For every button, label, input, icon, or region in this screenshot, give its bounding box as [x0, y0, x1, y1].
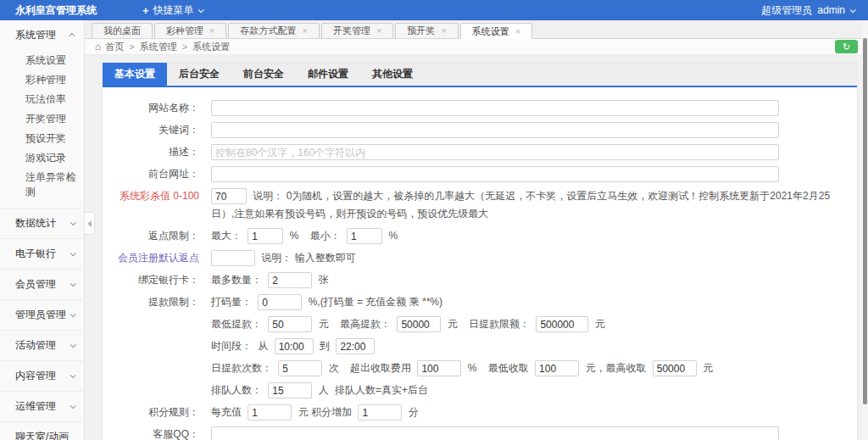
recharge-label: 每充值: [211, 406, 242, 418]
chevron-down-icon: [198, 7, 203, 13]
sidebar-item[interactable]: 预设开奖: [0, 129, 84, 148]
breadcrumb-item[interactable]: 系统设置: [192, 41, 230, 53]
site-name-input[interactable]: [211, 100, 779, 116]
form-row-keywords: 关键词：: [103, 121, 857, 139]
sidebar-group-header[interactable]: 数据统计: [0, 208, 84, 238]
dama-label: 打码量：: [211, 296, 252, 308]
window-tab[interactable]: 预开奖 ×: [395, 23, 458, 38]
sidebar-collapse-handle[interactable]: [85, 212, 95, 235]
quick-menu-button[interactable]: + 快捷菜单: [142, 3, 203, 18]
description-input[interactable]: [211, 144, 779, 160]
sidebar-item[interactable]: 游戏记录: [0, 148, 84, 168]
sidebar-group-label: 内容管理: [15, 369, 56, 383]
sidebar-group-header[interactable]: 电子银行: [0, 238, 84, 269]
time-from-label: 从: [258, 340, 268, 352]
tab-close-icon[interactable]: ×: [209, 26, 214, 36]
sidebar-item[interactable]: 注单异常检测: [0, 168, 84, 202]
time-to-input[interactable]: [336, 338, 375, 354]
settings-tab[interactable]: 其他设置: [360, 63, 425, 86]
points-add-input[interactable]: [358, 404, 402, 421]
refresh-button[interactable]: ↻: [835, 40, 858, 53]
chevron-left-icon: [87, 220, 92, 227]
max-withdraw-input[interactable]: [397, 316, 441, 332]
keywords-label: 关键词：: [103, 121, 211, 139]
time-from-input[interactable]: [275, 338, 314, 354]
sidebar-item[interactable]: 系统设置: [0, 51, 84, 70]
top-bar: 永利皇宫管理系统 + 快捷菜单 超级管理员 admin: [0, 0, 868, 20]
sidebar-item[interactable]: 玩法倍率: [0, 90, 84, 109]
sidebar-group-header[interactable]: 系统管理: [0, 20, 84, 50]
queue-note: 排队人数=真实+后台: [335, 384, 428, 396]
scrollbar-thumb[interactable]: [863, 38, 867, 404]
sidebar-group-label: 运维管理: [15, 399, 56, 414]
settings-tab[interactable]: 邮件设置: [296, 63, 360, 86]
breadcrumb-item[interactable]: 系统管理: [140, 41, 177, 53]
form-row-withdraw-limit: 提款限制： 打码量： %,(打码量 = 充值金额 乘 **%): [103, 293, 857, 311]
front-url-label: 前台网址：: [103, 165, 211, 183]
sidebar-group-header[interactable]: 运维管理: [0, 391, 84, 421]
chevron-down-icon: [850, 7, 856, 13]
max-collect-input[interactable]: [653, 360, 697, 376]
breadcrumb-item[interactable]: 首页: [105, 41, 124, 53]
sidebar-item[interactable]: 彩种管理: [0, 70, 84, 90]
window-tab-label: 我的桌面: [103, 25, 141, 37]
min-collect-suffix: 元，最高收取: [585, 362, 646, 374]
register-rebate-link[interactable]: 会员注册默认返点: [103, 249, 211, 267]
daily-quota-input[interactable]: [536, 316, 588, 332]
bank-card-label: 绑定银行卡：: [103, 271, 211, 289]
form-row-queue: 排队人数： 人 排队人数=真实+后台: [103, 382, 857, 399]
kill-value-input[interactable]: [211, 188, 247, 204]
sidebar-group-header[interactable]: 管理员管理: [0, 299, 84, 330]
unit-yuan: 元: [448, 318, 458, 330]
rebate-max-input[interactable]: [248, 228, 283, 244]
sidebar-group-label: 活动管理: [15, 338, 56, 353]
dama-suffix: %,(打码量 = 充值金额 乘 **%): [309, 296, 442, 308]
tab-close-icon[interactable]: ×: [376, 26, 381, 36]
rebate-min-label: 最小：: [310, 230, 341, 242]
rebate-min-input[interactable]: [347, 228, 382, 244]
tab-close-icon[interactable]: ×: [441, 26, 446, 36]
bank-max-input[interactable]: [268, 272, 312, 288]
tab-close-icon[interactable]: ×: [515, 27, 520, 36]
form-row-withdraw-amounts: 最低提款： 元 最高提款： 元 日提款限额： 元: [103, 315, 857, 333]
tab-close-icon[interactable]: ×: [302, 26, 307, 36]
vertical-scrollbar[interactable]: [862, 20, 868, 440]
bank-unit: 张: [319, 274, 329, 286]
recharge-input[interactable]: [248, 404, 292, 421]
front-url-input[interactable]: [211, 166, 779, 182]
register-rebate-input[interactable]: [211, 250, 255, 266]
dama-input[interactable]: [258, 294, 302, 310]
user-menu[interactable]: 超级管理员 admin: [761, 3, 868, 18]
settings-tab[interactable]: 后台安全: [167, 63, 231, 86]
sidebar-group-header[interactable]: 聊天室/动画管理: [0, 421, 84, 440]
sidebar-group-header[interactable]: 会员管理: [0, 269, 84, 299]
over-fee-input[interactable]: [417, 360, 461, 376]
daily-times-label: 日提款次数：: [211, 362, 272, 374]
queue-input[interactable]: [268, 382, 312, 398]
window-tab[interactable]: 我的桌面: [92, 23, 153, 38]
form-row-points: 积分规则： 每充值 元 积分增加 分: [103, 404, 857, 421]
sidebar-group-header[interactable]: 活动管理: [0, 330, 84, 360]
settings-tab[interactable]: 基本设置: [103, 63, 167, 86]
min-withdraw-input[interactable]: [268, 316, 312, 332]
sidebar-group: 管理员管理: [0, 299, 84, 330]
daily-times-input[interactable]: [278, 360, 322, 376]
sidebar-group-header[interactable]: 内容管理: [0, 360, 84, 391]
settings-tab[interactable]: 前台安全: [231, 63, 296, 86]
keywords-input[interactable]: [211, 122, 779, 138]
time-range-label: 时间段：: [211, 340, 252, 352]
app-title: 永利皇宫管理系统: [0, 3, 110, 18]
sidebar-group: 运维管理: [0, 391, 84, 421]
window-tab[interactable]: 开奖管理 ×: [321, 23, 393, 38]
site-name-label: 网站名称：: [103, 99, 211, 117]
refresh-icon: ↻: [843, 41, 850, 53]
form-row-bank-card: 绑定银行卡： 最多数量： 张: [103, 271, 857, 289]
qq-input[interactable]: [211, 426, 779, 440]
window-tab[interactable]: 存款方式配置 ×: [228, 23, 319, 38]
min-collect-input[interactable]: [535, 360, 579, 376]
window-tab[interactable]: 彩种管理 ×: [154, 23, 226, 38]
window-tab[interactable]: 系统设置 ×: [460, 23, 532, 39]
form-row-description: 描述：: [103, 143, 857, 161]
qq-label: 客服QQ：: [103, 426, 211, 440]
sidebar-item[interactable]: 开奖管理: [0, 109, 84, 129]
